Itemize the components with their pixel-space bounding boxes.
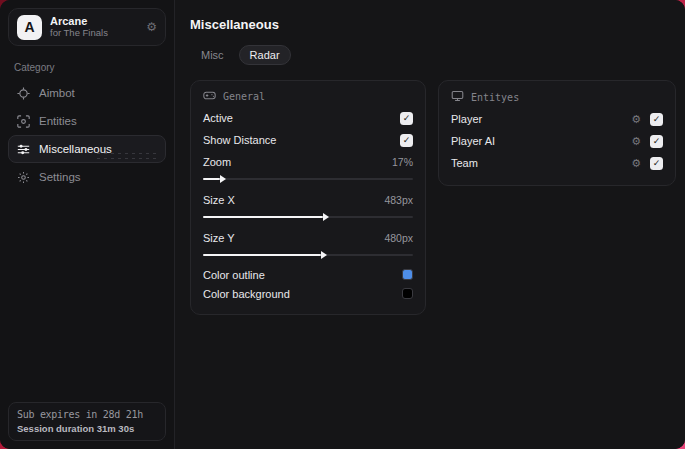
entity-row-team: Team ⚙ ✓: [451, 152, 663, 174]
active-checkbox[interactable]: ✓: [400, 112, 413, 125]
session-duration-text: Session duration 31m 30s: [17, 423, 157, 434]
slider-thumb[interactable]: [323, 213, 329, 221]
size-x-slider-group: Size X 483px: [203, 189, 413, 223]
sidebar-item-settings[interactable]: Settings: [8, 163, 166, 191]
general-panel-title: General: [223, 91, 265, 102]
entities-panel-header: Entityes: [451, 90, 663, 104]
panels-row: General Active ✓ Show Distance ✓ Zoom 17…: [190, 80, 676, 315]
player-ai-checkbox[interactable]: ✓: [650, 135, 663, 148]
slider-label-row: Size Y 480px: [203, 227, 413, 249]
app-header-card: A Arcane for The Finals ⚙: [8, 8, 166, 46]
entities-panel: Entityes Player ⚙ ✓ Player AI ⚙ ✓: [438, 80, 676, 186]
color-label: Color background: [203, 288, 290, 300]
slider-value: 480px: [384, 232, 413, 244]
gamepad-icon: [203, 90, 216, 103]
settings-gear-icon[interactable]: ⚙: [146, 20, 157, 34]
slider-track: [203, 178, 413, 180]
entities-panel-title: Entityes: [471, 92, 519, 103]
sidebar-item-label: Miscellaneous: [39, 143, 112, 155]
slider-thumb[interactable]: [220, 175, 226, 183]
sidebar: A Arcane for The Finals ⚙ Category Aimbo…: [0, 0, 175, 449]
slider-label-row: Size X 483px: [203, 189, 413, 211]
sidebar-item-label: Aimbot: [39, 87, 75, 99]
show-distance-checkbox[interactable]: ✓: [400, 134, 413, 147]
crosshair-icon: [16, 86, 30, 100]
sidebar-item-label: Settings: [39, 171, 81, 183]
main-content: Miscellaneous Misc Radar General: [175, 0, 685, 449]
general-panel-header: General: [203, 90, 413, 103]
zoom-slider[interactable]: [203, 173, 413, 185]
gear-icon: [16, 170, 30, 184]
color-outline-row: Color outline: [203, 265, 413, 284]
app-title: Arcane: [50, 15, 138, 28]
toggle-row-active: Active ✓: [203, 107, 413, 129]
color-label: Color outline: [203, 269, 265, 281]
sub-expires-text: Sub expires in 28d 21h: [17, 409, 157, 420]
sidebar-item-label: Entities: [39, 115, 77, 127]
scan-icon: [16, 114, 30, 128]
slider-label: Zoom: [203, 156, 231, 168]
entity-label: Player: [451, 113, 482, 125]
slider-fill: [203, 178, 220, 181]
slider-value: 483px: [384, 194, 413, 206]
app-window: A Arcane for The Finals ⚙ Category Aimbo…: [0, 0, 685, 449]
tab-radar[interactable]: Radar: [239, 45, 291, 65]
sidebar-item-aimbot[interactable]: Aimbot: [8, 79, 166, 107]
toggle-row-show-distance: Show Distance ✓: [203, 129, 413, 151]
monitor-icon: [451, 90, 464, 104]
entity-controls: ⚙ ✓: [631, 157, 663, 170]
slider-fill: [203, 254, 321, 257]
tab-misc[interactable]: Misc: [190, 45, 235, 65]
size-y-slider[interactable]: [203, 249, 413, 261]
slider-label: Size Y: [203, 232, 235, 244]
size-x-slider[interactable]: [203, 211, 413, 223]
toggle-label: Show Distance: [203, 134, 276, 146]
subscription-card: Sub expires in 28d 21h Session duration …: [8, 402, 166, 441]
page-title: Miscellaneous: [190, 17, 676, 32]
size-y-slider-group: Size Y 480px: [203, 227, 413, 261]
sliders-icon: [16, 142, 30, 156]
app-logo: A: [17, 15, 42, 40]
sidebar-item-entities[interactable]: Entities: [8, 107, 166, 135]
entity-controls: ⚙ ✓: [631, 135, 663, 148]
general-panel: General Active ✓ Show Distance ✓ Zoom 17…: [190, 80, 426, 315]
team-checkbox[interactable]: ✓: [650, 157, 663, 170]
zoom-slider-group: Zoom 17%: [203, 151, 413, 185]
slider-label: Size X: [203, 194, 235, 206]
slider-fill: [203, 216, 323, 219]
slider-label-row: Zoom 17%: [203, 151, 413, 173]
app-subtitle: for The Finals: [50, 28, 138, 39]
tab-bar: Misc Radar: [190, 45, 676, 65]
color-outline-swatch[interactable]: [402, 269, 413, 280]
app-header-text: Arcane for The Finals: [50, 15, 138, 39]
entity-row-player-ai: Player AI ⚙ ✓: [451, 130, 663, 152]
category-label: Category: [14, 62, 160, 73]
gear-icon[interactable]: ⚙: [631, 157, 641, 170]
slider-thumb[interactable]: [321, 251, 327, 259]
entity-controls: ⚙ ✓: [631, 113, 663, 126]
entity-label: Team: [451, 157, 478, 169]
sidebar-item-miscellaneous[interactable]: Miscellaneous: [8, 135, 166, 163]
color-background-swatch[interactable]: [402, 288, 413, 299]
player-checkbox[interactable]: ✓: [650, 113, 663, 126]
entity-row-player: Player ⚙ ✓: [451, 108, 663, 130]
entity-label: Player AI: [451, 135, 495, 147]
toggle-label: Active: [203, 112, 233, 124]
gear-icon[interactable]: ⚙: [631, 135, 641, 148]
slider-value: 17%: [392, 156, 413, 168]
color-background-row: Color background: [203, 284, 413, 303]
gear-icon[interactable]: ⚙: [631, 113, 641, 126]
sidebar-nav: Aimbot Entities Miscella: [8, 79, 166, 191]
